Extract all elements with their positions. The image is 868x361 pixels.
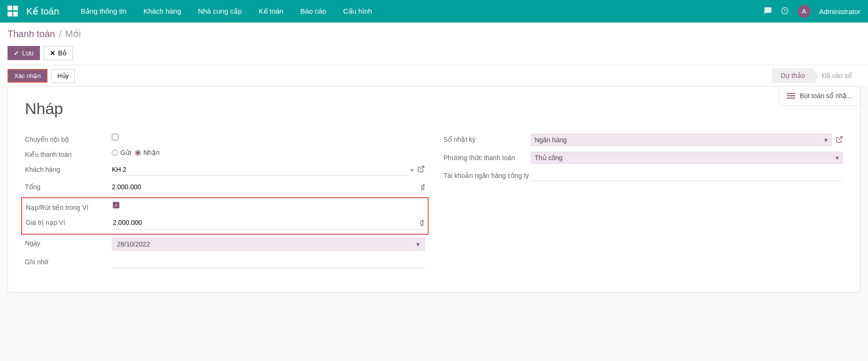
wallet-section-highlight: Nạp/Rút tiền trong Ví ✓ Giá trị nạp Ví đ [21, 197, 429, 235]
nav-reports[interactable]: Báo cáo [292, 0, 335, 23]
svg-line-2 [839, 137, 842, 140]
journal-entry-button[interactable]: Bút toán sổ nhậ... [779, 86, 860, 106]
date-label: Ngày [25, 238, 112, 247]
amount-field[interactable] [112, 181, 421, 192]
wallet-amount-label: Giá trị nạp Ví [26, 217, 113, 226]
nav-menu: Bảng thông tin Khách hàng Nhà cung cấp K… [72, 0, 381, 23]
form-sheet: Bút toán sổ nhậ... Nháp Chuyển nội bộ Ki… [8, 86, 860, 292]
date-value: 28/10/2022 [117, 240, 150, 248]
save-button[interactable]: Lưu [8, 46, 40, 60]
chat-icon[interactable] [764, 7, 772, 16]
chevron-down-icon[interactable]: ▾ [410, 166, 414, 174]
nav-config[interactable]: Cấu hình [335, 0, 381, 23]
wallet-label: Nạp/Rút tiền trong Ví [26, 202, 113, 211]
payment-type-label: Kiểu thanh toán [25, 149, 112, 158]
breadcrumb: Thanh toán / Mới [8, 28, 860, 39]
navbar-right: A Administrator [764, 5, 860, 18]
close-icon [50, 49, 55, 57]
journal-value: Ngân hàng [535, 136, 567, 144]
breadcrumb-current: Mới [65, 28, 81, 39]
discard-label: Bỏ [58, 49, 67, 57]
bank-field[interactable] [531, 169, 844, 181]
user-name[interactable]: Administrator [819, 8, 860, 15]
internal-transfer-label: Chuyển nội bộ [25, 134, 112, 143]
journal-label: Sổ nhật ký [444, 134, 531, 143]
internal-transfer-checkbox[interactable] [112, 134, 118, 140]
right-column: Sổ nhật ký Ngân hàng ▾ Phương [444, 131, 844, 271]
left-column: Chuyển nội bộ Kiểu thanh toán Gửi [25, 131, 425, 271]
chevron-down-icon: ▾ [416, 240, 420, 248]
wallet-amount-field[interactable] [113, 217, 420, 228]
breadcrumb-root[interactable]: Thanh toán [8, 29, 55, 39]
journal-field[interactable]: Ngân hàng ▾ [531, 134, 832, 146]
customer-label: Khách hàng [25, 164, 112, 173]
external-link-icon[interactable] [836, 136, 843, 145]
radio-send[interactable] [112, 150, 118, 156]
top-navbar: Kế toán Bảng thông tin Khách hàng Nhà cu… [0, 0, 868, 23]
bank-label: Tài khoản ngân hàng công ty [444, 169, 531, 180]
status-draft[interactable]: Dự thảo [772, 68, 813, 83]
cp-buttons: Lưu Bỏ [8, 46, 860, 60]
journal-entry-label: Bút toán sổ nhậ... [800, 92, 852, 100]
currency-symbol: đ [421, 183, 425, 191]
status-posted[interactable]: Đã vào sổ [813, 68, 860, 83]
method-field[interactable]: Thủ công ▾ [531, 152, 844, 164]
nav-vendors[interactable]: Nhà cung cấp [189, 0, 250, 23]
nav-accounting[interactable]: Kế toán [250, 0, 292, 23]
control-panel: Thanh toán / Mới Lưu Bỏ [0, 23, 868, 65]
cancel-button[interactable]: Hủy [51, 69, 75, 83]
page-title: Nháp [25, 100, 843, 118]
method-value: Thủ công [535, 154, 563, 161]
breadcrumb-sep: / [59, 29, 62, 39]
payment-type-send[interactable]: Gửi [112, 149, 131, 156]
date-field[interactable]: 28/10/2022 ▾ [112, 238, 425, 251]
activity-icon[interactable] [781, 7, 789, 16]
method-label: Phương thức thanh toán [444, 152, 531, 162]
list-icon [787, 93, 795, 99]
customer-field[interactable] [112, 164, 407, 176]
amount-label: Tổng [25, 181, 112, 191]
currency-symbol-2: đ [420, 219, 424, 226]
svg-line-1 [420, 166, 423, 169]
memo-label: Ghi nhớ [25, 256, 112, 266]
chevron-down-icon: ▾ [824, 136, 828, 144]
check-icon [14, 49, 19, 57]
nav-customers[interactable]: Khách hàng [135, 0, 189, 23]
nav-dashboard[interactable]: Bảng thông tin [72, 0, 135, 23]
confirm-button[interactable]: Xác nhận [8, 69, 47, 83]
external-link-icon[interactable] [417, 165, 425, 174]
payment-type-receive[interactable]: Nhận [135, 149, 160, 156]
wallet-checkbox[interactable]: ✓ [113, 202, 119, 208]
status-steps: Dự thảo Đã vào sổ [772, 68, 860, 83]
app-brand: Kế toán [26, 6, 59, 17]
status-bar: Xác nhận Hủy Dự thảo Đã vào sổ [0, 65, 868, 86]
apps-icon[interactable] [8, 6, 19, 17]
discard-button[interactable]: Bỏ [44, 46, 73, 60]
radio-receive[interactable] [135, 150, 141, 156]
avatar[interactable]: A [798, 5, 811, 18]
chevron-down-icon: ▾ [836, 154, 839, 161]
memo-field[interactable] [112, 256, 425, 268]
save-label: Lưu [22, 49, 34, 57]
